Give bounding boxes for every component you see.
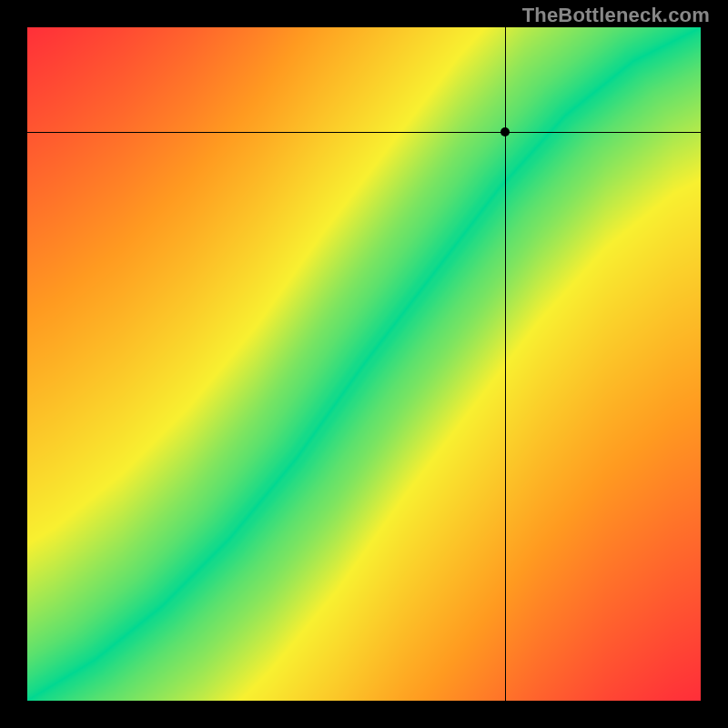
plot-area [27, 27, 701, 701]
heatmap-canvas [27, 27, 701, 701]
watermark-text: TheBottleneck.com [522, 4, 710, 27]
chart-container: TheBottleneck.com [0, 0, 728, 728]
crosshair-point [500, 127, 510, 136]
crosshair-horizontal [27, 132, 701, 133]
